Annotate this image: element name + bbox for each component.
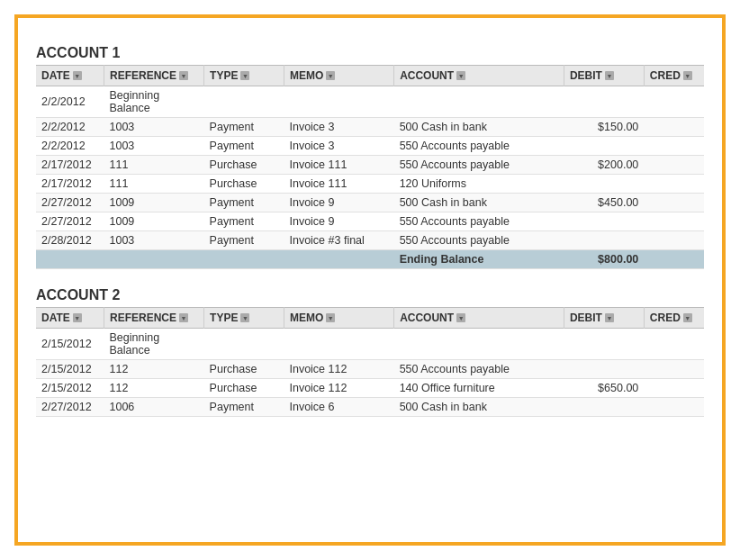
cell-col-account: 140 Office furniture: [394, 379, 564, 398]
cell-col-memo: Invoice 112: [284, 379, 393, 398]
dropdown-arrow-icon[interactable]: [683, 313, 692, 322]
dropdown-arrow-icon[interactable]: [179, 313, 188, 322]
cell-col-date: 2/15/2012: [36, 379, 104, 398]
cell-col-debit: [564, 86, 644, 118]
col-label-reference: REFERENCE: [110, 312, 176, 324]
dropdown-arrow-icon[interactable]: [456, 71, 465, 80]
cell-col-account: 550 Accounts payable: [394, 156, 564, 175]
col-header-type[interactable]: TYPE: [204, 308, 284, 329]
col-header-cred[interactable]: CRED: [644, 66, 704, 86]
cell-col-debit: $650.00: [564, 379, 644, 398]
cell-col-cred: [644, 398, 704, 417]
cell-col-date: 2/27/2012: [36, 194, 104, 212]
cell-col-debit: $800.00: [564, 250, 644, 269]
cell-col-ref: 112: [104, 379, 204, 398]
cell-col-memo: [284, 250, 393, 269]
cell-col-date: 2/15/2012: [36, 360, 104, 379]
cell-col-cred: [644, 175, 704, 194]
cell-col-debit: [564, 360, 644, 379]
dropdown-arrow-icon[interactable]: [456, 313, 465, 322]
cell-col-memo: Invoice 9: [284, 194, 393, 212]
table-row: 2/15/2012112PurchaseInvoice 112140 Offic…: [36, 379, 704, 398]
cell-col-memo: Invoice 112: [284, 360, 393, 379]
cell-col-memo: Invoice 3: [284, 137, 393, 156]
cell-col-debit: [564, 231, 644, 250]
cell-col-ref: Beginning Balance: [104, 329, 204, 360]
dropdown-arrow-icon[interactable]: [240, 313, 249, 322]
cell-col-memo: Invoice 111: [284, 175, 393, 194]
cell-col-cred: [644, 118, 704, 137]
cell-col-memo: Invoice 111: [284, 156, 393, 175]
cell-col-memo: Invoice 6: [284, 398, 393, 417]
cell-col-type: Payment: [204, 137, 284, 156]
cell-col-ref: 1006: [104, 398, 204, 417]
col-label-account: ACCOUNT: [400, 312, 454, 324]
cell-col-account: 550 Accounts payable: [394, 231, 564, 250]
cell-col-memo: [284, 86, 393, 118]
cell-col-ref: 1003: [104, 231, 204, 250]
dropdown-arrow-icon[interactable]: [73, 71, 82, 80]
table-row: 2/2/2012Beginning Balance: [36, 86, 704, 118]
dropdown-arrow-icon[interactable]: [240, 71, 249, 80]
table-row: 2/27/20121009PaymentInvoice 9550 Account…: [36, 212, 704, 231]
dropdown-arrow-icon[interactable]: [73, 313, 82, 322]
cell-col-ref: 112: [104, 360, 204, 379]
cell-col-memo: [284, 329, 393, 360]
dropdown-arrow-icon[interactable]: [605, 313, 614, 322]
cell-col-debit: $200.00: [564, 156, 644, 175]
col-label-debit: DEBIT: [570, 69, 602, 82]
cell-col-ref: [104, 250, 204, 269]
cell-col-date: 2/17/2012: [36, 175, 104, 194]
cell-col-type: Payment: [204, 212, 284, 231]
col-header-memo[interactable]: MEMO: [284, 66, 393, 86]
cell-col-account: 120 Uniforms: [394, 175, 564, 194]
dropdown-arrow-icon[interactable]: [683, 71, 692, 80]
col-header-type[interactable]: TYPE: [204, 66, 284, 86]
cell-col-ref: Beginning Balance: [104, 86, 204, 118]
col-header-reference[interactable]: REFERENCE: [104, 308, 204, 329]
cell-col-cred: [644, 379, 704, 398]
col-label-reference: REFERENCE: [110, 69, 176, 82]
table-row: 2/27/20121009PaymentInvoice 9500 Cash in…: [36, 194, 704, 212]
col-header-reference[interactable]: REFERENCE: [104, 66, 204, 86]
table-row: 2/15/2012112PurchaseInvoice 112550 Accou…: [36, 360, 704, 379]
table-row: 2/17/2012111PurchaseInvoice 111120 Unifo…: [36, 175, 704, 194]
table-row: 2/28/20121003PaymentInvoice #3 final550 …: [36, 231, 704, 250]
col-header-account[interactable]: ACCOUNT: [394, 66, 564, 86]
col-header-debit[interactable]: DEBIT: [564, 66, 644, 86]
cell-col-cred: [644, 212, 704, 231]
table-row: Ending Balance$800.00: [36, 250, 704, 269]
cell-col-date: 2/27/2012: [36, 398, 104, 417]
account-table-2: DATEREFERENCETYPEMEMOACCOUNTDEBITCRED2/1…: [36, 307, 704, 417]
col-label-type: TYPE: [210, 69, 238, 82]
col-header-debit[interactable]: DEBIT: [564, 308, 644, 329]
col-header-date[interactable]: DATE: [36, 66, 104, 86]
dropdown-arrow-icon[interactable]: [605, 71, 614, 80]
col-header-account[interactable]: ACCOUNT: [394, 308, 564, 329]
cell-col-date: 2/2/2012: [36, 118, 104, 137]
col-label-date: DATE: [41, 312, 70, 324]
cell-col-date: 2/17/2012: [36, 156, 104, 175]
col-label-account: ACCOUNT: [400, 69, 454, 82]
page-container: ACCOUNT 1DATEREFERENCETYPEMEMOACCOUNTDEB…: [14, 14, 726, 546]
cell-col-debit: $150.00: [564, 118, 644, 137]
cell-col-cred: [644, 250, 704, 269]
dropdown-arrow-icon[interactable]: [326, 313, 335, 322]
cell-col-memo: Invoice 9: [284, 212, 393, 231]
dropdown-arrow-icon[interactable]: [179, 71, 188, 80]
col-header-cred[interactable]: CRED: [644, 308, 704, 329]
dropdown-arrow-icon[interactable]: [326, 71, 335, 80]
cell-col-debit: $450.00: [564, 194, 644, 212]
account-section-1: ACCOUNT 1DATEREFERENCETYPEMEMOACCOUNTDEB…: [36, 45, 704, 269]
cell-col-date: 2/2/2012: [36, 137, 104, 156]
col-header-date[interactable]: DATE: [36, 308, 104, 329]
cell-col-account: 500 Cash in bank: [394, 118, 564, 137]
cell-col-account: 550 Accounts payable: [394, 360, 564, 379]
cell-col-cred: [644, 194, 704, 212]
cell-col-type: Payment: [204, 118, 284, 137]
account-heading-1: ACCOUNT 1: [36, 45, 704, 61]
col-header-memo[interactable]: MEMO: [284, 308, 393, 329]
cell-col-ref: 111: [104, 156, 204, 175]
cell-col-account: [394, 329, 564, 360]
cell-col-account: 500 Cash in bank: [394, 398, 564, 417]
